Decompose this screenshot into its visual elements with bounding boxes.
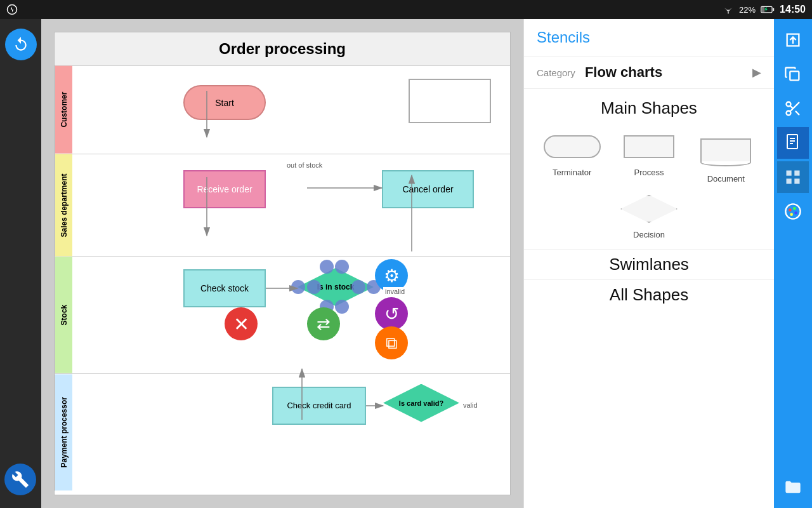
swimlanes: Customer Start Sales department (55, 66, 510, 490)
left-toolbar (0, 19, 41, 508)
category-arrow: ▶ (752, 65, 761, 79)
shape-item-document[interactable]: Document (691, 131, 761, 184)
shape-item-decision[interactable]: Decision (537, 193, 761, 239)
conn-handle-7 (335, 300, 349, 314)
icon-swap[interactable]: ⇄ (307, 307, 340, 340)
shape-cancel-order[interactable]: Cancel order (382, 170, 474, 208)
icon-close[interactable]: ✕ (225, 307, 258, 340)
shape-receive-order[interactable]: Receive order (183, 170, 266, 208)
shapes-title: Main Shapes (537, 98, 761, 118)
svg-rect-22 (794, 171, 799, 176)
category-value: Flow charts (585, 64, 743, 81)
shape-check-credit-card[interactable]: Check credit card (272, 387, 366, 425)
icon-refresh[interactable]: ↺ (375, 297, 408, 330)
battery-icon (761, 6, 775, 13)
scissors-icon-btn[interactable] (777, 93, 809, 124)
category-label: Category (537, 67, 575, 78)
stock-arrows (72, 257, 510, 373)
lane-label-sales: Sales department (55, 154, 72, 257)
conn-handle-6 (351, 280, 365, 294)
diagram: Order processing Customer Start (54, 32, 511, 495)
svg-rect-21 (787, 171, 792, 176)
svg-point-28 (794, 211, 797, 215)
svg-point-27 (793, 207, 796, 210)
label-out-of-stock: out of stock (285, 161, 324, 170)
shape-check-stock[interactable]: Check stock (183, 269, 266, 307)
lane-content-stock: Check stock Is in stock (72, 257, 510, 373)
wifi-icon (723, 5, 734, 14)
lane-label-stock: Stock (55, 257, 72, 373)
settings-button[interactable] (4, 464, 36, 495)
shape-terminator-preview (544, 135, 601, 158)
shape-label-terminator: Terminator (553, 168, 591, 177)
swimlane-customer: Customer Start (55, 66, 510, 154)
shape-document-preview (700, 138, 751, 161)
lane-content-sales: Receive order Cancel order out of stock (72, 154, 510, 257)
svg-point-1 (728, 12, 729, 13)
icon-copy[interactable]: ⧉ (375, 326, 408, 359)
shape-label-document: Document (707, 174, 745, 184)
time-display: 14:50 (780, 4, 806, 15)
shape-decision-preview (620, 195, 678, 223)
shape-label-process: Process (634, 168, 664, 177)
conn-handle-8 (307, 280, 321, 294)
svg-rect-16 (790, 71, 799, 80)
battery-percent: 22% (739, 5, 756, 15)
shape-preview-terminator (544, 131, 601, 163)
swimlane-sales: Sales department Receive order Cancel or… (55, 154, 510, 257)
conn-handle-5 (335, 260, 349, 274)
status-bar: 22% 14:50 (0, 0, 812, 19)
svg-rect-3 (762, 7, 765, 12)
section-swimlanes[interactable]: Swimlanes (524, 249, 774, 279)
svg-rect-23 (787, 178, 792, 184)
folder-icon-btn[interactable] (777, 471, 809, 503)
conn-handle-2 (291, 280, 305, 294)
stencils-header: Stencils (524, 19, 774, 57)
label-valid: valid (461, 401, 480, 410)
lane-content-customer: Start (72, 66, 510, 154)
conn-handle-1 (320, 260, 334, 274)
shape-item-terminator[interactable]: Terminator (537, 131, 607, 184)
label-invalid: invalid (383, 287, 407, 296)
grid-icon-btn[interactable] (777, 161, 809, 193)
lane-label-payment: Payment processor (55, 374, 72, 490)
main-area: Order processing Customer Start (0, 19, 812, 508)
lane-content-payment: Check credit card Is card valid? valid (72, 374, 510, 490)
shape-start[interactable]: Start (183, 85, 266, 120)
right-icon-bar (774, 19, 812, 508)
svg-rect-4 (773, 8, 775, 11)
status-right: 22% 14:50 (723, 4, 806, 15)
svg-point-25 (785, 204, 800, 218)
svg-rect-24 (794, 178, 799, 184)
shape-preview-decision (620, 193, 678, 225)
box-top-right (409, 79, 491, 123)
shape-item-process[interactable]: Process (613, 131, 684, 184)
export-icon-btn[interactable] (777, 24, 809, 56)
canvas-area[interactable]: Order processing Customer Start (41, 19, 523, 508)
status-left (6, 4, 18, 15)
swimlane-payment: Payment processor Check credit card Is c… (55, 374, 510, 490)
shape-preview-process (624, 131, 674, 163)
shape-is-card-valid[interactable]: Is card valid? (383, 384, 459, 422)
app-icon (6, 4, 18, 15)
section-all-shapes[interactable]: All Shapes (524, 279, 774, 310)
diagram-title: Order processing (55, 32, 510, 66)
svg-point-29 (790, 213, 793, 216)
right-panel: Stencils Category Flow charts ▶ Main Sha… (523, 19, 774, 508)
category-row: Category Flow charts ▶ (524, 57, 774, 89)
document-icon-btn[interactable] (777, 127, 809, 159)
shape-label-decision: Decision (633, 230, 665, 239)
shapes-grid: Terminator Process Document (537, 131, 761, 184)
shape-process-preview (624, 135, 674, 158)
shape-preview-document (700, 131, 751, 169)
swimlane-stock: Stock Check stock Is in stock (55, 257, 510, 373)
shapes-section: Main Shapes Terminator Process (524, 89, 774, 249)
svg-point-26 (789, 208, 792, 211)
copy-icon-btn[interactable] (777, 58, 809, 90)
undo-button[interactable] (5, 29, 37, 60)
lane-label-customer: Customer (55, 66, 72, 154)
palette-icon-btn[interactable] (777, 196, 809, 227)
